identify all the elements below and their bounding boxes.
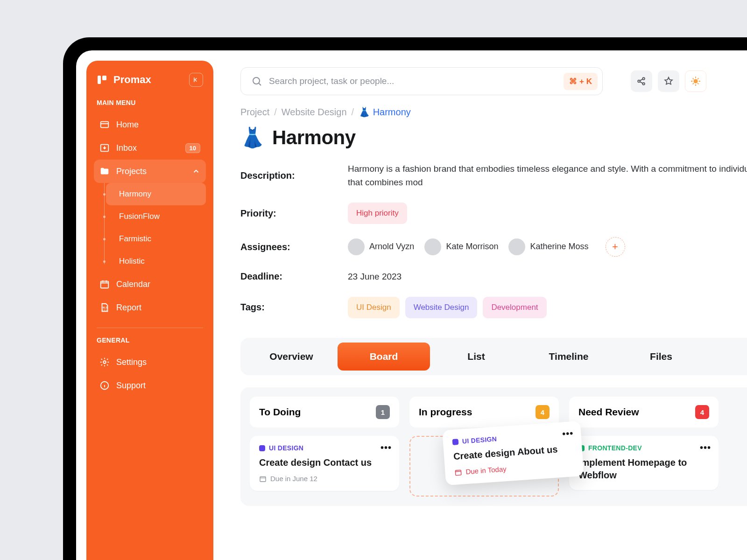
sidebar-item-support[interactable]: Support	[94, 374, 206, 397]
column-count: 1	[376, 405, 390, 419]
gear-icon	[99, 357, 110, 367]
subproject-harmony[interactable]: Harmony	[106, 183, 206, 205]
task-card[interactable]: UI DESIGN ••• Create design Contact us D…	[250, 436, 399, 491]
card-more-icon[interactable]: •••	[381, 442, 392, 453]
crumb-website-design[interactable]: Website Design	[282, 107, 347, 118]
main-content: ⌘ + K Project / Website Desig	[213, 50, 747, 560]
search-icon	[251, 76, 262, 87]
info-icon	[99, 380, 110, 391]
task-due: Due in June 12	[259, 475, 390, 483]
page-title-row: 👗 Harmony	[240, 126, 747, 149]
svg-point-12	[694, 79, 697, 83]
top-actions	[631, 70, 706, 92]
column-title: To Doing	[259, 406, 301, 418]
sidebar-item-inbox[interactable]: Inbox 10	[94, 136, 206, 160]
priority-badge: High priority	[348, 203, 407, 224]
page-title: Harmony	[272, 126, 356, 149]
sidebar-item-calendar[interactable]: Calendar	[94, 273, 206, 296]
task-title: Implement Homepage to Webflow	[578, 456, 709, 482]
sidebar-divider	[97, 328, 203, 328]
projects-sublist: Harmony FusionFlow Farmistic Holistic	[103, 183, 206, 273]
label-description: Description:	[240, 170, 348, 181]
task-card[interactable]: FRONTEND-DEV ••• Implement Homepage to W…	[569, 436, 719, 490]
tag[interactable]: Development	[483, 297, 546, 318]
label-tags: Tags:	[240, 302, 348, 313]
logo-icon	[97, 74, 108, 85]
assignee[interactable]: Arnold Vyzn	[348, 238, 414, 255]
inbox-icon	[99, 143, 110, 153]
tag[interactable]: UI Design	[348, 297, 400, 318]
task-category: FRONTEND-DEV	[578, 444, 709, 452]
label-assignees: Assignees:	[240, 242, 348, 252]
avatar	[508, 238, 525, 255]
task-title: Create design About us	[453, 442, 573, 463]
calendar-icon	[454, 468, 462, 476]
assignee[interactable]: Katherine Moss	[508, 238, 588, 255]
project-meta: Description: Harmony is a fashion brand …	[240, 162, 747, 318]
nav-home-label: Home	[116, 120, 200, 130]
brand: Promax	[97, 74, 151, 86]
column-inprogress: In progress 4 UI DESIGN ••• Create desig…	[409, 397, 559, 497]
share-button[interactable]	[631, 70, 652, 92]
tab-timeline[interactable]: Timeline	[522, 343, 615, 371]
add-assignee-button[interactable]: +	[606, 237, 625, 257]
nav-calendar-label: Calendar	[116, 280, 200, 289]
tag[interactable]: Website Design	[405, 297, 478, 318]
favorite-button[interactable]	[658, 70, 679, 92]
column-title: In progress	[419, 406, 472, 418]
svg-rect-4	[101, 281, 109, 288]
column-header: Need Review 4	[569, 397, 719, 427]
tab-files[interactable]: Files	[615, 343, 707, 371]
screen: Promax MAIN MENU Home Inbox 10 Projects	[76, 50, 747, 560]
search-input[interactable]	[269, 76, 557, 86]
subproject-farmistic[interactable]: Farmistic	[106, 228, 206, 250]
tab-overview[interactable]: Overview	[245, 343, 338, 371]
sidebar-item-report[interactable]: XLS Report	[94, 296, 206, 319]
project-emoji: 👗	[240, 126, 265, 149]
sidebar-item-home[interactable]: Home	[94, 113, 206, 136]
card-more-icon[interactable]: •••	[700, 442, 711, 453]
device-frame: Promax MAIN MENU Home Inbox 10 Projects	[63, 37, 747, 560]
theme-button[interactable]	[685, 70, 706, 92]
project-description: Harmony is a fashion brand that embodies…	[348, 162, 747, 189]
svg-rect-1	[102, 76, 106, 80]
sidebar-item-settings[interactable]: Settings	[94, 350, 206, 374]
home-icon	[99, 119, 110, 130]
card-more-icon[interactable]: •••	[562, 428, 574, 440]
breadcrumb: Project / Website Design / 👗 Harmony	[240, 106, 747, 118]
column-header: To Doing 1	[250, 397, 399, 427]
tab-board[interactable]: Board	[338, 343, 430, 371]
column-header: In progress 4	[409, 397, 559, 427]
avatar	[348, 238, 365, 255]
search-shortcut: ⌘ + K	[564, 73, 598, 90]
label-deadline: Deadline:	[240, 271, 348, 282]
sidebar-item-projects[interactable]: Projects	[94, 160, 206, 183]
assignee[interactable]: Kate Morrison	[424, 238, 498, 255]
svg-rect-2	[101, 122, 109, 128]
column-title: Need Review	[578, 406, 639, 418]
brand-name: Promax	[113, 74, 151, 86]
chevron-up-icon	[192, 167, 200, 175]
task-due: Due in Today	[454, 460, 574, 476]
folder-icon	[99, 166, 110, 176]
section-general: GENERAL	[97, 336, 203, 344]
crumb-project[interactable]: Project	[240, 107, 269, 118]
svg-rect-13	[260, 476, 266, 482]
subproject-fusionflow[interactable]: FusionFlow	[106, 205, 206, 228]
task-card-dragging[interactable]: UI DESIGN ••• Create design About us Due…	[442, 421, 584, 485]
kanban-board: To Doing 1 UI DESIGN ••• Create design C…	[240, 387, 747, 506]
search-bar[interactable]: ⌘ + K	[240, 67, 603, 95]
calendar-icon	[259, 475, 267, 483]
tab-list[interactable]: List	[430, 343, 522, 371]
subproject-holistic[interactable]: Holistic	[106, 250, 206, 273]
report-icon: XLS	[99, 302, 110, 313]
project-deadline: 23 June 2023	[348, 270, 747, 283]
label-priority: Priority:	[240, 208, 348, 219]
crumb-current: 👗 Harmony	[359, 106, 411, 118]
avatar	[424, 238, 441, 255]
nav-projects-label: Projects	[116, 167, 185, 176]
assignees-row: Arnold Vyzn Kate Morrison Katherine Moss…	[348, 237, 747, 257]
nav-inbox-label: Inbox	[116, 143, 179, 153]
nav-settings-label: Settings	[116, 357, 200, 367]
collapse-sidebar-button[interactable]	[189, 73, 203, 87]
